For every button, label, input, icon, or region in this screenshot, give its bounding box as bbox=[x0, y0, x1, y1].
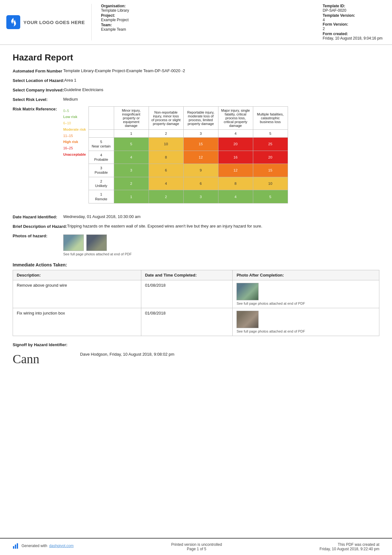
cell-2-4: 8 bbox=[218, 177, 253, 190]
footer-center: Printed version is uncontrolled Page 1 o… bbox=[171, 542, 222, 551]
cell-2-2: 4 bbox=[149, 177, 183, 190]
template-version: Template Version: 4 Form Version: 2 bbox=[323, 13, 383, 31]
legend-high-range: 11–15 bbox=[63, 133, 87, 139]
signoff-left: Signoff by Hazard Identifier: Cann bbox=[13, 342, 67, 369]
cell-1-4: 4 bbox=[218, 190, 253, 203]
project-label: Project: Example Project bbox=[101, 13, 129, 22]
matrix-row-probable: 4Probable 4 8 12 16 20 bbox=[63, 151, 288, 164]
actions-section: Immediate Actions Taken: Description: Da… bbox=[13, 262, 379, 336]
description-row: Brief Description of Hazard: Tripping ha… bbox=[13, 224, 379, 229]
cell-5-1: 5 bbox=[114, 138, 149, 151]
col-photo: Photo After Completion: bbox=[233, 270, 379, 280]
consequence-numbers-row: 1 2 3 4 5 bbox=[63, 130, 288, 138]
risk-level-label: Select Risk Level: bbox=[13, 97, 63, 102]
consequence-header-2: Non-reportable injury, minor loss of pro… bbox=[149, 107, 183, 130]
risk-matrix-container: 0–5 Low risk 6–10 Moderate risk 11–15 Hi… bbox=[63, 106, 288, 203]
location-row: Select Location of Hazard: Area 1 bbox=[13, 78, 379, 83]
date-hazard-label: Date Hazard Identified: bbox=[13, 214, 63, 219]
risk-legend: 0–5 Low risk 6–10 Moderate risk 11–15 Hi… bbox=[63, 108, 87, 158]
col-description: Description: bbox=[13, 270, 141, 280]
action-row-1: Remove above ground wire 01/08/2018 See … bbox=[13, 280, 379, 308]
automated-form-label: Automated Form Number bbox=[13, 68, 63, 73]
legend-moderate-range: 6–10 bbox=[63, 120, 87, 127]
action-1-date: 01/08/2018 bbox=[141, 280, 233, 308]
consequence-num-3: 3 bbox=[183, 130, 218, 138]
cell-4-4: 16 bbox=[218, 151, 253, 164]
header-meta-left: Organisation: Template Library Project: … bbox=[101, 4, 129, 41]
main-content: Hazard Report Automated Form Number Temp… bbox=[0, 45, 392, 528]
photos-caption: See full page photos attached at end of … bbox=[63, 252, 132, 256]
action-1-photo-caption: See full page photos attached at end of … bbox=[236, 302, 375, 305]
action-2-date: 01/08/2018 bbox=[141, 308, 233, 336]
svg-rect-3 bbox=[17, 543, 18, 549]
risk-level-row: Select Risk Level: Medium bbox=[13, 97, 379, 102]
action-row-2: Fix wiring into junction box 01/08/2018 … bbox=[13, 308, 379, 336]
automated-form-value: Template Library-Example Project-Example… bbox=[63, 68, 185, 73]
actions-table: Description: Date and Time Completed: Ph… bbox=[13, 270, 379, 336]
cell-1-2: 2 bbox=[149, 190, 183, 203]
signoff-value: Dave Hodgson, Friday, 10 August 2018, 9:… bbox=[80, 352, 174, 357]
team-label: Team: Example Team bbox=[101, 23, 129, 32]
risk-matrix-row: Risk Matrix Reference: 0–5 Low risk 6–10… bbox=[13, 106, 379, 210]
company-row: Select Company Involved: Guideline Elect… bbox=[13, 87, 379, 92]
legend-moderate-label: Moderate risk bbox=[63, 127, 87, 133]
matrix-row-remote: 1Remote 1 2 3 4 5 bbox=[63, 190, 288, 203]
location-label: Select Location of Hazard: bbox=[13, 78, 64, 83]
template-id: Template ID: DP-SAF-0020 bbox=[323, 4, 383, 13]
actions-title: Immediate Actions Taken: bbox=[13, 262, 379, 267]
hazard-photo-2 bbox=[86, 234, 107, 251]
legend-high-label: High risk bbox=[63, 139, 87, 145]
cell-4-5: 20 bbox=[253, 151, 288, 164]
footer-generated-text: Generated with bbox=[21, 544, 47, 548]
consequence-num-4: 4 bbox=[218, 130, 253, 138]
cell-5-5: 25 bbox=[253, 138, 288, 151]
legend-unacceptable-label: Unacceptable bbox=[63, 152, 87, 158]
legend-low-range: 0–5 bbox=[63, 108, 87, 114]
cell-5-4: 20 bbox=[218, 138, 253, 151]
matrix-row-unlikely: 2Unlikely 2 4 6 8 10 bbox=[63, 177, 288, 190]
action-2-photo-caption: See full page photos attached at end of … bbox=[236, 329, 375, 333]
consequence-header-4: Major injury, single fatality, critical … bbox=[218, 107, 253, 130]
hazard-photo-1 bbox=[63, 234, 84, 251]
signoff-section: Signoff by Hazard Identifier: Cann Dave … bbox=[13, 342, 379, 369]
svg-rect-1 bbox=[13, 546, 14, 549]
cell-3-1: 3 bbox=[114, 164, 149, 177]
photos-row: Photos of hazard: See full page photos a… bbox=[13, 233, 379, 256]
signature-text: Cann bbox=[13, 352, 39, 366]
consequence-num-5: 5 bbox=[253, 130, 288, 138]
likelihood-remote: 1Remote bbox=[89, 190, 114, 203]
logo-icon bbox=[6, 15, 20, 29]
matrix-row-near-certain: 5Near certain 5 10 15 20 25 bbox=[63, 138, 288, 151]
legend-unacceptable-range: 16–25 bbox=[63, 145, 87, 152]
footer-page: Page 1 of 5 bbox=[171, 547, 222, 551]
likelihood-unlikely: 2Unlikely bbox=[89, 177, 114, 190]
likelihood-possible: 3Possible bbox=[89, 164, 114, 177]
footer-left: Generated with dashpivot.com bbox=[13, 542, 74, 549]
cell-2-3: 6 bbox=[183, 177, 218, 190]
consequence-num-2: 2 bbox=[149, 130, 183, 138]
action-2-description: Fix wiring into junction box bbox=[13, 308, 141, 336]
logo-text: YOUR LOGO GOES HERE bbox=[23, 20, 85, 25]
cell-4-2: 8 bbox=[149, 151, 183, 164]
footer-logo-icon bbox=[13, 542, 20, 549]
organisation-label: Organisation: Template Library bbox=[101, 4, 129, 13]
signoff-label: Signoff by Hazard Identifier: bbox=[13, 342, 67, 347]
action-2-photo-cell: See full page photos attached at end of … bbox=[233, 308, 379, 336]
svg-rect-0 bbox=[6, 15, 20, 29]
date-hazard-row: Date Hazard Identified: Wednesday, 01 Au… bbox=[13, 214, 379, 219]
report-title: Hazard Report bbox=[13, 53, 379, 63]
logo-area: YOUR LOGO GOES HERE bbox=[6, 4, 92, 41]
cell-3-3: 9 bbox=[183, 164, 218, 177]
action-1-description: Remove above ground wire bbox=[13, 280, 141, 308]
header: YOUR LOGO GOES HERE Organisation: Templa… bbox=[0, 0, 392, 45]
footer-pdf-created-date: Friday, 10 August 2018, 9:22:40 pm bbox=[320, 547, 379, 551]
footer-link[interactable]: dashpivot.com bbox=[49, 544, 73, 548]
likelihood-probable: 4Probable bbox=[89, 151, 114, 164]
location-value: Area 1 bbox=[64, 78, 76, 83]
cell-1-3: 3 bbox=[183, 190, 218, 203]
risk-level-value: Medium bbox=[63, 97, 78, 102]
company-label: Select Company Involved: bbox=[13, 87, 64, 92]
cell-3-2: 6 bbox=[149, 164, 183, 177]
matrix-row-possible: 3Possible 3 6 9 12 15 bbox=[63, 164, 288, 177]
likelihood-near-certain: 5Near certain bbox=[89, 138, 114, 151]
